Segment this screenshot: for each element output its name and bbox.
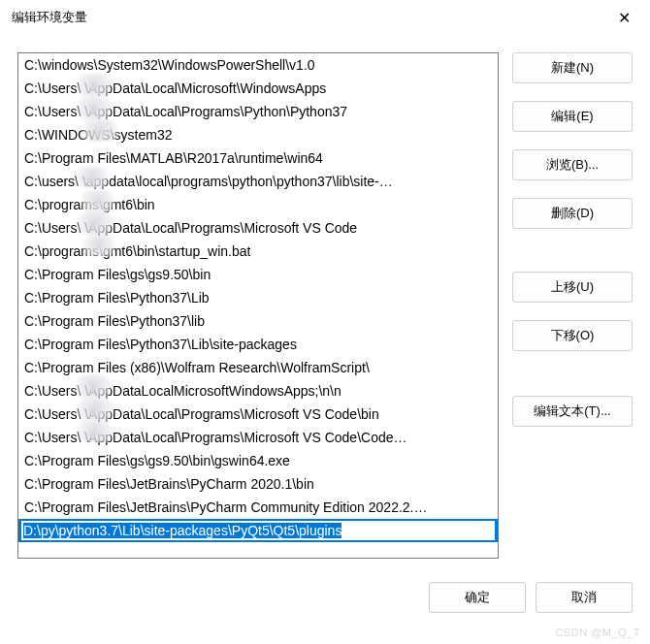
list-item[interactable]: C:\Users\ \AppDataLocalMicrosoftWindowsA…	[18, 379, 498, 402]
edit-button[interactable]: 编辑(E)	[512, 101, 633, 132]
watermark: CSDN @M_Q_T	[555, 627, 640, 638]
dialog-footer: 确定 取消	[429, 582, 633, 613]
list-item[interactable]: C:\Program Files\MATLAB\R2017a\runtime\w…	[18, 146, 498, 170]
list-item[interactable]: C:\Program Files\gs\gs9.50\bin\gswin64.e…	[18, 449, 498, 472]
list-item[interactable]: C:\programs\gmt6\bin\startup_win.bat	[18, 240, 498, 263]
title-bar: 编辑环境变量 ✕	[0, 0, 650, 35]
new-button[interactable]: 新建(N)	[512, 52, 633, 83]
list-item[interactable]: C:\Program Files\Python37\Lib	[18, 286, 498, 309]
list-item[interactable]: C:\Program Files\Python37\lib	[18, 309, 498, 333]
list-item-editing[interactable]	[18, 519, 498, 542]
list-item[interactable]: C:\Users\ \AppData\Local\Programs\Micros…	[18, 216, 498, 240]
side-buttons: 新建(N) 编辑(E) 浏览(B)... 删除(D) 上移(U) 下移(O) 编…	[512, 52, 633, 559]
window-title: 编辑环境变量	[12, 9, 87, 26]
list-item[interactable]: C:\Users\ \AppData\Local\Programs\Micros…	[18, 402, 498, 426]
list-item[interactable]: C:\Users\ \AppData\Local\Programs\Micros…	[18, 426, 498, 449]
path-edit-input[interactable]	[20, 520, 496, 541]
list-item[interactable]: C:\programs\gmt6\bin	[18, 193, 498, 216]
list-item[interactable]: C:\users\ \appdata\local\programs\python…	[18, 170, 498, 193]
list-item[interactable]: C:\Users\ \AppData\Local\Programs\Python…	[18, 100, 498, 123]
edit-text-button[interactable]: 编辑文本(T)...	[512, 396, 633, 427]
list-item[interactable]: C:\Program Files (x86)\Wolfram Research\…	[18, 356, 498, 379]
delete-button[interactable]: 删除(D)	[512, 198, 633, 229]
path-list[interactable]: C:\windows\System32\WindowsPowerShell\v1…	[17, 52, 499, 559]
ok-button[interactable]: 确定	[429, 582, 526, 613]
list-item[interactable]: C:\Program Files\Python37\Lib\site-packa…	[18, 333, 498, 356]
dialog-content: C:\windows\System32\WindowsPowerShell\v1…	[0, 35, 650, 566]
list-item[interactable]: C:\Program Files\JetBrains\PyCharm 2020.…	[18, 472, 498, 496]
move-up-button[interactable]: 上移(U)	[512, 272, 633, 303]
cancel-button[interactable]: 取消	[536, 582, 633, 613]
list-item[interactable]: C:\Program Files\gs\gs9.50\bin	[18, 263, 498, 286]
close-icon[interactable]: ✕	[612, 7, 636, 29]
list-item[interactable]: C:\Users\ \AppData\Local\Microsoft\Windo…	[18, 77, 498, 100]
list-item[interactable]: C:\windows\System32\WindowsPowerShell\v1…	[18, 53, 498, 77]
list-item[interactable]: C:\Program Files\JetBrains\PyCharm Commu…	[18, 496, 498, 519]
move-down-button[interactable]: 下移(O)	[512, 320, 633, 351]
list-item[interactable]: C:\WINDOWS\system32	[18, 123, 498, 146]
browse-button[interactable]: 浏览(B)...	[512, 149, 633, 180]
